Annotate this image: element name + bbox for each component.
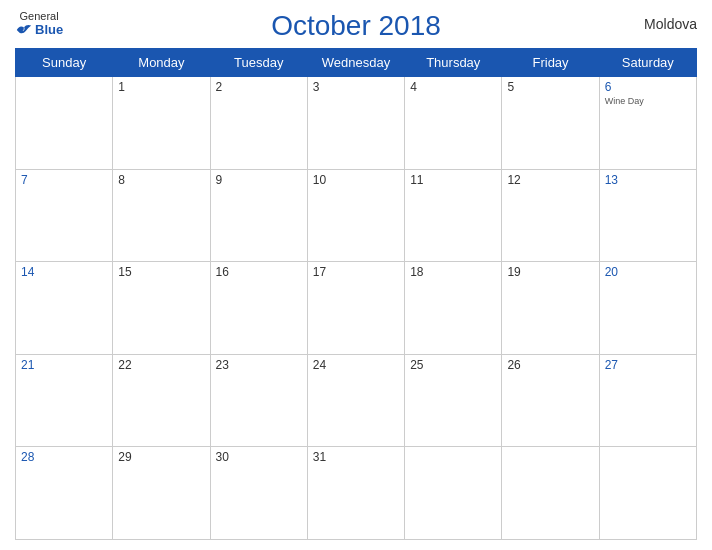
day-number: 18: [410, 265, 496, 279]
calendar-cell: 17: [307, 262, 404, 355]
calendar-cell: 14: [16, 262, 113, 355]
header-tuesday: Tuesday: [210, 49, 307, 77]
calendar-cell: 27: [599, 354, 696, 447]
calendar-cell: 16: [210, 262, 307, 355]
weekday-header-row: Sunday Monday Tuesday Wednesday Thursday…: [16, 49, 697, 77]
calendar-cell: [502, 447, 599, 540]
calendar-body: 123456Wine Day78910111213141516171819202…: [16, 77, 697, 540]
day-number: 23: [216, 358, 302, 372]
calendar-title-block: October 2018: [271, 10, 441, 42]
calendar-header: General Blue October 2018 Moldova: [15, 10, 697, 42]
calendar-cell: 3: [307, 77, 404, 170]
calendar-cell: 12: [502, 169, 599, 262]
calendar-cell: 24: [307, 354, 404, 447]
calendar-cell: 29: [113, 447, 210, 540]
day-number: 28: [21, 450, 107, 464]
day-number: 1: [118, 80, 204, 94]
calendar-cell: 30: [210, 447, 307, 540]
day-number: 22: [118, 358, 204, 372]
day-number: 16: [216, 265, 302, 279]
calendar-cell: 10: [307, 169, 404, 262]
day-number: 26: [507, 358, 593, 372]
calendar-cell: 21: [16, 354, 113, 447]
calendar-cell: 1: [113, 77, 210, 170]
calendar-week-1: 123456Wine Day: [16, 77, 697, 170]
day-number: 3: [313, 80, 399, 94]
day-number: 9: [216, 173, 302, 187]
day-number: 24: [313, 358, 399, 372]
day-number: 27: [605, 358, 691, 372]
day-number: 4: [410, 80, 496, 94]
calendar-cell: 19: [502, 262, 599, 355]
day-number: 5: [507, 80, 593, 94]
day-number: 25: [410, 358, 496, 372]
day-number: 8: [118, 173, 204, 187]
calendar-cell: 28: [16, 447, 113, 540]
header-wednesday: Wednesday: [307, 49, 404, 77]
day-number: 19: [507, 265, 593, 279]
logo-general-text: General: [20, 10, 59, 22]
calendar-cell: 7: [16, 169, 113, 262]
calendar-cell: 22: [113, 354, 210, 447]
header-monday: Monday: [113, 49, 210, 77]
calendar-cell: 26: [502, 354, 599, 447]
calendar-container: General Blue October 2018 Moldova Sunday…: [0, 0, 712, 550]
day-number: 7: [21, 173, 107, 187]
calendar-cell: [16, 77, 113, 170]
day-number: 6: [605, 80, 691, 94]
day-number: 14: [21, 265, 107, 279]
day-number: 15: [118, 265, 204, 279]
calendar-table: Sunday Monday Tuesday Wednesday Thursday…: [15, 48, 697, 540]
calendar-cell: 31: [307, 447, 404, 540]
logo-blue-text: Blue: [15, 22, 63, 37]
day-number: 31: [313, 450, 399, 464]
day-number: 12: [507, 173, 593, 187]
calendar-cell: 23: [210, 354, 307, 447]
day-number: 30: [216, 450, 302, 464]
calendar-cell: 11: [405, 169, 502, 262]
calendar-cell: 13: [599, 169, 696, 262]
calendar-cell: 20: [599, 262, 696, 355]
day-number: 21: [21, 358, 107, 372]
calendar-cell: [405, 447, 502, 540]
calendar-week-4: 21222324252627: [16, 354, 697, 447]
header-saturday: Saturday: [599, 49, 696, 77]
header-friday: Friday: [502, 49, 599, 77]
calendar-cell: 25: [405, 354, 502, 447]
calendar-cell: 2: [210, 77, 307, 170]
calendar-cell: [599, 447, 696, 540]
calendar-cell: 15: [113, 262, 210, 355]
country-label: Moldova: [644, 16, 697, 32]
day-number: 29: [118, 450, 204, 464]
calendar-cell: 6Wine Day: [599, 77, 696, 170]
calendar-cell: 18: [405, 262, 502, 355]
header-thursday: Thursday: [405, 49, 502, 77]
header-sunday: Sunday: [16, 49, 113, 77]
calendar-cell: 4: [405, 77, 502, 170]
day-number: 20: [605, 265, 691, 279]
calendar-cell: 8: [113, 169, 210, 262]
day-number: 2: [216, 80, 302, 94]
logo-bird-icon: [15, 23, 33, 37]
calendar-week-2: 78910111213: [16, 169, 697, 262]
calendar-cell: 9: [210, 169, 307, 262]
calendar-title: October 2018: [271, 10, 441, 41]
day-number: 13: [605, 173, 691, 187]
day-number: 10: [313, 173, 399, 187]
calendar-week-5: 28293031: [16, 447, 697, 540]
event-label: Wine Day: [605, 96, 691, 106]
calendar-cell: 5: [502, 77, 599, 170]
day-number: 17: [313, 265, 399, 279]
generalblue-logo: General Blue: [15, 10, 63, 37]
calendar-week-3: 14151617181920: [16, 262, 697, 355]
day-number: 11: [410, 173, 496, 187]
